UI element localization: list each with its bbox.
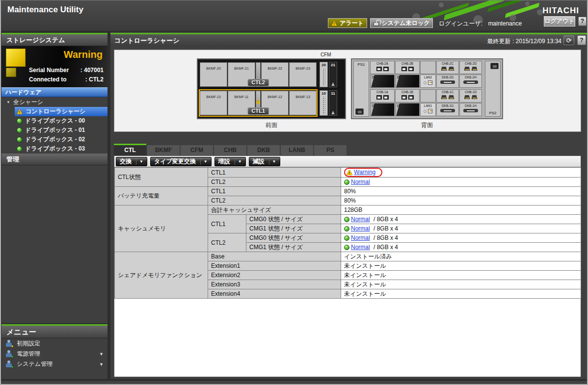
cfm-installed-slot[interactable]: 21 xyxy=(329,62,337,87)
chb-1d-module[interactable]: CHB-1D xyxy=(459,89,482,103)
tab-ps[interactable]: PS xyxy=(314,145,347,155)
toolbar-dropdown-button[interactable]: 減設▼ xyxy=(249,157,280,166)
status-link[interactable]: Normal xyxy=(351,244,370,251)
cfm-open-slot[interactable]: 20 xyxy=(320,62,328,87)
dkb-1g-module[interactable]: DKB-1G xyxy=(436,103,459,116)
menu-item[interactable]: システム管理▼ xyxy=(1,359,107,369)
toolbar-dropdown-button[interactable]: 増設▼ xyxy=(214,157,246,166)
module-label: 2E xyxy=(372,76,375,79)
page-title: コントローラシャーシ xyxy=(114,36,179,45)
header-help-button[interactable]: ? xyxy=(578,17,587,26)
bkmf-module[interactable]: BKMF-13 xyxy=(289,91,317,115)
power-supply-ps2[interactable]: PS2 xyxy=(485,61,501,117)
bkmf-module[interactable]: BKMF-20 xyxy=(200,62,227,87)
tree-item[interactable]: ドライブボックス - 00 xyxy=(1,116,107,126)
cfm-handle xyxy=(330,82,336,86)
tree-item[interactable]: !コントローラシャーシ xyxy=(15,107,107,116)
maintenance-utility-window: Maintenance Utility HITACHI ! アラート システム未… xyxy=(0,0,588,385)
alert-button-label: アラート xyxy=(340,19,364,27)
2e-module[interactable]: 2E xyxy=(370,75,395,88)
cfm-installed-slot[interactable]: 11 xyxy=(329,90,337,116)
chb-1b-module[interactable]: CHB-1B xyxy=(395,89,420,103)
normal-icon xyxy=(17,128,22,133)
port-icon xyxy=(464,95,470,99)
lan1-module[interactable]: LAN1 xyxy=(420,103,436,116)
tab-dkb[interactable]: DKB xyxy=(247,145,280,155)
status-link[interactable]: Normal xyxy=(351,225,370,232)
toolbar-button-label: 減設 xyxy=(253,157,265,166)
status-link[interactable]: Normal xyxy=(351,234,370,241)
bkmf-module[interactable]: BKMF-23 xyxy=(289,62,317,87)
dkb-1h-module[interactable]: DKB-1H xyxy=(459,103,482,116)
system-lock-button[interactable]: システム未ロック xyxy=(370,18,433,28)
dkb-2g-module[interactable]: DKB-2G xyxy=(436,75,459,88)
warning-annotation: !Warning xyxy=(344,168,382,177)
bkmf-module-label: BKMF-20 xyxy=(206,67,221,70)
ps-label: PS2 xyxy=(485,111,500,115)
tab-bkmf[interactable]: BKMF xyxy=(147,145,180,155)
chassis-front-view[interactable]: BKMF-20BKMF-21BKMF-22BKMF-23CTL22021BKMF… xyxy=(197,58,346,119)
chb-1a-module[interactable]: CHB-1A xyxy=(370,89,395,103)
toolbar-button-label: タイプ変更交換 xyxy=(154,157,196,166)
menu-item-label: システム管理 xyxy=(17,360,53,368)
status-link[interactable]: Normal xyxy=(351,179,370,185)
module-label: CHB-2D xyxy=(460,62,481,66)
alert-button[interactable]: ! アラート xyxy=(328,18,367,28)
tab-lanb[interactable]: LANB xyxy=(281,145,313,155)
tab-ctl[interactable]: CTL xyxy=(114,144,146,155)
1f-module[interactable]: 1F xyxy=(395,103,420,116)
status-cell: Normal xyxy=(344,179,578,185)
toolbar-dropdown-button[interactable]: タイプ変更交換▼ xyxy=(150,157,212,166)
tree-root-all-chassis[interactable]: ▼ 全シャーシ xyxy=(1,97,107,107)
chb-2c-module[interactable]: CHB-2C xyxy=(436,61,459,74)
menu-item[interactable]: 初期設定 xyxy=(1,338,107,349)
chassis-front-row: BKMF-10BKMF-11BKMF-12BKMF-13!CTL11011 xyxy=(200,89,343,117)
action-toolbar: 交換▼タイプ変更交換▼増設▼減設▼ xyxy=(114,156,581,167)
port-icon xyxy=(401,95,407,100)
ctl-module-area[interactable]: BKMF-10BKMF-11BKMF-12BKMF-13!CTL1 xyxy=(200,90,317,116)
page-help-button[interactable]: ? xyxy=(577,35,586,45)
status-link[interactable]: Normal xyxy=(351,216,370,223)
tab-cfm[interactable]: CFM xyxy=(181,145,213,155)
ps-label: PS1 xyxy=(354,62,369,67)
chb-2b-module[interactable]: CHB-2B xyxy=(395,61,420,74)
toolbar-dropdown-button[interactable]: 交換▼ xyxy=(116,157,147,166)
menu-header: メニュー xyxy=(1,326,107,338)
1e-module[interactable]: 1E xyxy=(370,103,395,116)
tree-item[interactable]: ドライブボックス - 03 xyxy=(1,144,107,154)
cfm-open-slot[interactable]: 10 xyxy=(320,90,328,116)
chassis-rear-view[interactable]: PS1CHB-2ACHB-2BCHB-2CCHB-2D2E2FLAN2DKB-2… xyxy=(351,58,503,119)
bkmf-module-label: BKMF-12 xyxy=(267,95,282,99)
module-label: CHB-1D xyxy=(460,90,481,94)
chb-2d-module[interactable]: CHB-2D xyxy=(459,61,482,74)
refresh-button[interactable]: ⟳ xyxy=(563,35,574,45)
status-link[interactable]: Warning xyxy=(354,169,375,176)
user-icon xyxy=(5,340,13,347)
tab-chb[interactable]: CHB xyxy=(214,145,246,155)
power-supply-ps1[interactable]: PS1 xyxy=(353,61,369,117)
tree-item[interactable]: ドライブボックス - 01 xyxy=(1,126,107,135)
menu-item[interactable]: 電源管理▼ xyxy=(1,349,107,359)
2f-module[interactable]: 2F xyxy=(395,75,420,88)
module-label: CHB-2A xyxy=(371,62,394,66)
lan2-module[interactable]: LAN2 xyxy=(420,75,436,88)
table-label-cell: Extension4 xyxy=(208,289,341,299)
chassis-diagram-panel: CFM BKMF-20BKMF-21BKMF-22BKMF-23CTL22021… xyxy=(114,50,581,132)
port-icon xyxy=(472,95,478,99)
table-label-cell: Extension2 xyxy=(208,271,341,280)
tree-item-label: ドライブボックス - 01 xyxy=(25,126,85,134)
storage-status-text: Warning xyxy=(64,49,103,60)
port-icon xyxy=(472,67,478,71)
chb-2a-module[interactable]: CHB-2A xyxy=(370,61,395,74)
logout-button[interactable]: ログアウト xyxy=(544,16,575,26)
bkmf-module[interactable]: BKMF-10 xyxy=(200,91,227,115)
table-row: シェアドメモリファンクションBaseインストール済み xyxy=(115,252,581,261)
table-label-cell: CTL1 xyxy=(208,187,341,196)
port-icon xyxy=(408,67,414,71)
lan-connector-icon xyxy=(424,110,427,113)
dkb-2h-module[interactable]: DKB-2H xyxy=(459,75,482,88)
ctl-module-area[interactable]: BKMF-20BKMF-21BKMF-22BKMF-23CTL2 xyxy=(200,62,317,87)
tree-item[interactable]: ドライブボックス - 02 xyxy=(1,135,107,144)
module-label: LAN2 xyxy=(421,76,435,79)
chb-1c-module[interactable]: CHB-1C xyxy=(436,89,459,103)
